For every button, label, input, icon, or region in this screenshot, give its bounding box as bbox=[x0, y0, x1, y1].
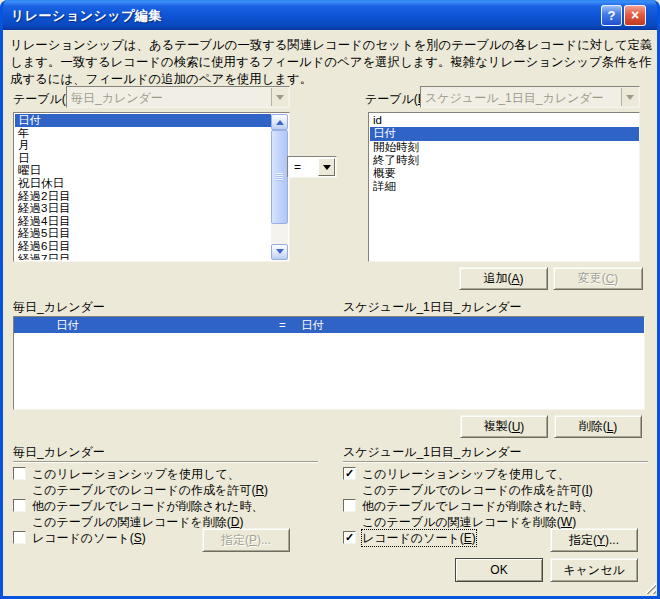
list-item[interactable]: 祝日休日 bbox=[15, 177, 271, 190]
close-icon: × bbox=[631, 7, 639, 23]
left-field-listbox[interactable]: 日付年月日曜日祝日休日経過2日目経過3日目経過4日目経過5日目経過6日目経過7日… bbox=[13, 112, 290, 262]
change-button: 変更(C) bbox=[553, 267, 643, 290]
pair-right-header: スケジュール_1日目_カレンダー bbox=[343, 299, 522, 316]
add-button[interactable]: 追加(A) bbox=[459, 267, 548, 290]
checkbox-label-line: 他のテーブルでレコードが削除された時、 bbox=[32, 498, 263, 514]
list-item[interactable]: 日付 bbox=[370, 127, 640, 140]
window-title: リレーションシップ編集 bbox=[11, 7, 162, 25]
resize-grip[interactable] bbox=[643, 581, 656, 594]
list-item[interactable]: 曜日 bbox=[15, 164, 271, 177]
right-table-combobox: スケジュール_1日目_カレンダー bbox=[420, 86, 640, 108]
list-item[interactable]: 経過7日目 bbox=[15, 253, 271, 260]
right-table-value: スケジュール_1日目_カレンダー bbox=[425, 90, 619, 107]
checkbox-label-line: レコードのソート(S) bbox=[32, 530, 146, 546]
left-list-scrollbar[interactable] bbox=[271, 114, 288, 260]
specify-left-button: 指定(P)... bbox=[202, 528, 290, 552]
list-item[interactable]: 年 bbox=[15, 127, 271, 140]
options-right-header: スケジュール_1日目_カレンダー bbox=[343, 444, 522, 461]
left-table-combobox: 毎日_カレンダー bbox=[66, 86, 290, 108]
scroll-up-icon[interactable] bbox=[271, 114, 288, 130]
cancel-button[interactable]: キャンセル bbox=[550, 558, 638, 582]
ok-button[interactable]: OK bbox=[455, 558, 543, 582]
checkbox-label-line: このリレーションシップを使用して、 bbox=[362, 466, 593, 482]
left-table-value: 毎日_カレンダー bbox=[71, 90, 269, 107]
list-item[interactable]: 開始時刻 bbox=[370, 141, 640, 154]
checkbox-unchecked[interactable] bbox=[343, 499, 356, 512]
list-item[interactable]: id bbox=[370, 114, 640, 127]
list-item[interactable]: 概要 bbox=[370, 167, 640, 180]
checkbox-unchecked[interactable] bbox=[13, 499, 26, 512]
pair-row[interactable]: 日付=日付 bbox=[14, 317, 644, 333]
list-item[interactable]: 経過4日目 bbox=[15, 215, 271, 228]
checkbox-label[interactable]: このリレーションシップを使用して、このテーブルでのレコードの作成を許可(R) bbox=[32, 466, 268, 498]
right-field-listbox[interactable]: id日付開始時刻終了時刻概要詳細 bbox=[368, 112, 640, 262]
pair-left: 日付 bbox=[56, 317, 79, 333]
checkbox-label[interactable]: 他のテーブルでレコードが削除された時、このテーブルの関連レコードを削除(W) bbox=[362, 498, 593, 530]
pair-right: 日付 bbox=[301, 317, 324, 333]
operator-combobox[interactable]: = bbox=[287, 156, 337, 178]
edit-relationship-dialog: リレーションシップ編集 ? × リレーションシップは、あるテーブルの一致する関連… bbox=[0, 0, 660, 599]
checkbox-label[interactable]: このリレーションシップを使用して、このテーブルでのレコードの作成を許可(I) bbox=[362, 466, 593, 498]
duplicate-button[interactable]: 複製(U) bbox=[460, 415, 548, 438]
list-item[interactable]: 月 bbox=[15, 139, 271, 152]
list-item[interactable]: 日付 bbox=[15, 114, 271, 127]
list-item[interactable]: 経過2日目 bbox=[15, 190, 271, 203]
checkbox-label-line: レコードのソート(E) bbox=[362, 530, 476, 546]
scrollbar-thumb[interactable] bbox=[271, 130, 288, 224]
chevron-down-icon bbox=[621, 88, 638, 106]
list-item[interactable]: 経過3日目 bbox=[15, 202, 271, 215]
chevron-down-icon[interactable] bbox=[318, 158, 335, 176]
checkbox-label-line: このテーブルの関連レコードを削除(W) bbox=[362, 514, 593, 530]
delete-button[interactable]: 削除(L) bbox=[554, 415, 642, 438]
pair-left-header: 毎日_カレンダー bbox=[13, 299, 105, 316]
specify-right-button[interactable]: 指定(Y)... bbox=[550, 528, 638, 552]
dialog-description: リレーションシップは、あるテーブルの一致する関連レコードのセットを別のテーブルの… bbox=[10, 37, 654, 88]
group-divider bbox=[343, 461, 648, 463]
group-divider bbox=[13, 461, 318, 463]
options-left-header: 毎日_カレンダー bbox=[13, 444, 105, 461]
close-button[interactable]: × bbox=[624, 5, 646, 26]
checkbox-unchecked[interactable] bbox=[13, 467, 26, 480]
chevron-down-icon bbox=[271, 88, 288, 106]
checkbox-checked[interactable]: ✓ bbox=[343, 467, 356, 480]
list-item[interactable]: 日 bbox=[15, 152, 271, 165]
checkbox-checked[interactable]: ✓ bbox=[343, 531, 356, 544]
list-item[interactable]: 終了時刻 bbox=[370, 154, 640, 167]
pair-op: = bbox=[279, 317, 286, 333]
checkbox-label-line: このテーブルでのレコードの作成を許可(R) bbox=[32, 482, 268, 498]
list-item[interactable]: 経過6日目 bbox=[15, 240, 271, 253]
title-bar[interactable]: リレーションシップ編集 ? × bbox=[0, 0, 660, 30]
checkbox-label-line: このテーブルでのレコードの作成を許可(I) bbox=[362, 482, 593, 498]
checkbox-label[interactable]: レコードのソート(S) bbox=[32, 530, 146, 546]
checkbox-label-line: 他のテーブルでレコードが削除された時、 bbox=[362, 498, 593, 514]
checkbox-label[interactable]: レコードのソート(E) bbox=[362, 530, 476, 546]
checkbox-label-line: このリレーションシップを使用して、 bbox=[32, 466, 268, 482]
list-item[interactable]: 経過5日目 bbox=[15, 227, 271, 240]
checkbox-label[interactable]: 他のテーブルでレコードが削除された時、このテーブルの関連レコードを削除(D) bbox=[32, 498, 263, 530]
list-item[interactable]: 詳細 bbox=[370, 180, 640, 193]
checkbox-unchecked[interactable] bbox=[13, 531, 26, 544]
field-pair-listbox[interactable]: 日付=日付 bbox=[13, 316, 645, 410]
scroll-down-icon[interactable] bbox=[271, 244, 288, 260]
operator-value: = bbox=[294, 160, 301, 174]
checkbox-label-line: このテーブルの関連レコードを削除(D) bbox=[32, 514, 263, 530]
help-button[interactable]: ? bbox=[601, 5, 622, 26]
help-icon: ? bbox=[608, 8, 616, 23]
